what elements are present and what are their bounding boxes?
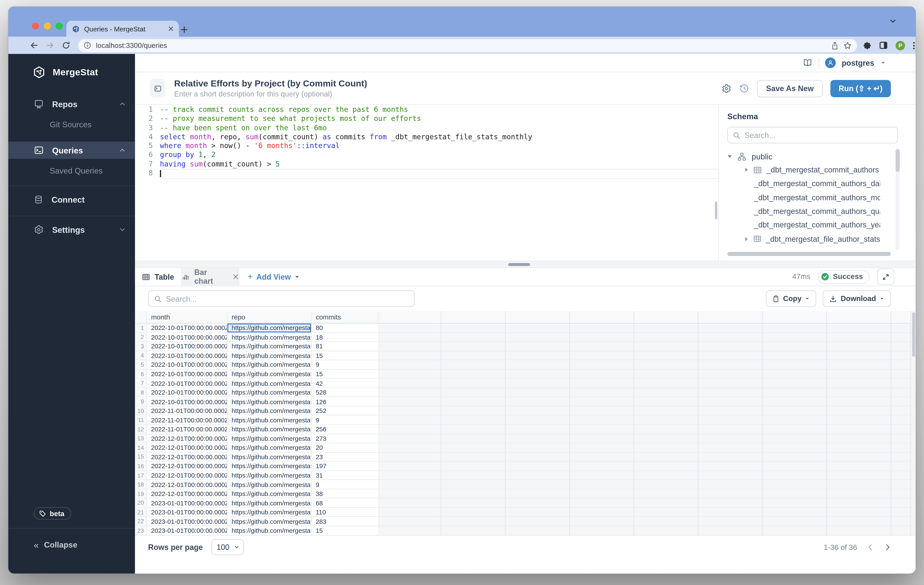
cell-commits[interactable]: 81 xyxy=(312,342,379,350)
table-scrollbar[interactable] xyxy=(910,311,916,535)
cell-month[interactable]: 2022-12-01T00:00:00.000Z xyxy=(147,480,228,489)
cell-repo[interactable]: https://github.com/mergestat/... xyxy=(228,425,312,433)
cell-commits[interactable]: 80 xyxy=(312,324,379,332)
cell-month[interactable]: 2022-10-01T00:00:00.000Z xyxy=(147,379,228,387)
cell-commits[interactable]: 68 xyxy=(312,499,379,507)
code-line[interactable]: having sum(commit_count) > 5 xyxy=(160,160,718,169)
add-view-button[interactable]: + Add View xyxy=(248,272,300,281)
browser-menu-icon[interactable] xyxy=(912,41,915,50)
panel-resize-handle[interactable] xyxy=(135,261,916,268)
schema-table-row[interactable]: _dbt_mergestat_commit_authors_monthly xyxy=(728,191,880,205)
tab-search-chevron-icon[interactable] xyxy=(889,17,897,25)
minimize-window-button[interactable] xyxy=(44,23,51,30)
cell-commits[interactable]: 528 xyxy=(312,388,379,397)
sidebar-item-saved-queries[interactable]: Saved Queries xyxy=(8,164,135,178)
cell-commits[interactable]: 283 xyxy=(312,517,379,526)
cell-commits[interactable]: 273 xyxy=(312,434,379,443)
run-query-button[interactable]: Run (⇧ + ↵) xyxy=(830,79,891,97)
code-line[interactable]: select month, repo, sum(commit_count) as… xyxy=(160,133,718,142)
cell-repo[interactable]: https://github.com/mergestat/... xyxy=(228,397,312,406)
cell-repo[interactable]: https://github.com/mergestat/... xyxy=(228,480,312,489)
cell-month[interactable]: 2022-10-01T00:00:00.000Z xyxy=(147,370,228,378)
cell-month[interactable]: 2022-10-01T00:00:00.000Z xyxy=(147,388,228,397)
cell-repo[interactable]: https://github.com/mergestat/... xyxy=(228,407,312,415)
cell-repo[interactable]: https://github.com/mergestat/... xyxy=(228,471,312,479)
cell-month[interactable]: 2022-10-01T00:00:00.000Z xyxy=(147,324,228,332)
cell-repo[interactable]: https://github.com/mergestat/... xyxy=(228,453,312,461)
cell-month[interactable]: 2022-12-01T00:00:00.000Z xyxy=(147,471,228,479)
tab-close-icon[interactable] xyxy=(168,26,173,31)
code-line[interactable]: -- proxy measurement to see what project… xyxy=(160,114,718,124)
cell-commits[interactable]: 15 xyxy=(312,370,379,378)
user-menu-caret-icon[interactable] xyxy=(880,60,886,66)
cell-repo[interactable]: https://github.com/mergestat/... xyxy=(228,360,312,369)
extensions-puzzle-icon[interactable] xyxy=(863,41,871,50)
sidebar-item-repos[interactable]: Repos xyxy=(8,96,135,112)
sidebar-collapse-button[interactable]: « Collapse xyxy=(8,528,135,554)
cell-month[interactable]: 2022-10-01T00:00:00.000Z xyxy=(147,397,228,406)
sidebar-item-connect[interactable]: Connect xyxy=(8,191,135,208)
code-line[interactable]: group by 1, 2 xyxy=(160,151,718,160)
query-settings-gear-icon[interactable] xyxy=(722,83,732,93)
editor-scrollbar[interactable] xyxy=(715,202,717,219)
schema-hscrollbar[interactable] xyxy=(728,252,891,256)
schema-search-input[interactable]: Search... xyxy=(728,127,898,144)
cell-commits[interactable]: 23 xyxy=(312,453,379,461)
site-info-icon[interactable] xyxy=(83,41,91,49)
mergestat-brand[interactable]: MergeStat xyxy=(8,54,135,81)
code-line[interactable] xyxy=(160,169,718,179)
tab-bar-chart[interactable]: Bar chart xyxy=(182,268,239,286)
forward-icon[interactable] xyxy=(46,41,54,50)
cell-month[interactable]: 2023-01-01T00:00:00.000Z xyxy=(147,508,228,516)
column-header-month[interactable]: month xyxy=(147,311,228,323)
cell-commits[interactable]: 38 xyxy=(312,489,379,498)
cell-repo-selected[interactable]: https://github.com/mergestat/... xyxy=(228,324,312,332)
cell-repo[interactable]: https://github.com/mergestat/... xyxy=(228,379,312,387)
cell-commits[interactable]: 31 xyxy=(312,471,379,479)
address-bar[interactable]: localhost:3300/queries xyxy=(78,39,857,52)
schema-table-row[interactable]: _dbt_mergestat_commit_authors xyxy=(728,163,880,177)
column-header-repo[interactable]: repo xyxy=(228,311,312,323)
cell-commits[interactable]: 15 xyxy=(312,526,379,535)
tab-table[interactable]: Table xyxy=(135,268,182,286)
cell-commits[interactable]: 18 xyxy=(312,333,379,341)
cell-commits[interactable]: 15 xyxy=(312,351,379,360)
back-icon[interactable] xyxy=(30,41,38,50)
cell-repo[interactable]: https://github.com/mergestat/... xyxy=(228,489,312,498)
user-name[interactable]: postgres xyxy=(842,58,874,68)
cell-month[interactable]: 2023-01-01T00:00:00.000Z xyxy=(147,517,228,526)
browser-tab[interactable]: Queries - MergeStat xyxy=(66,21,179,37)
code-line[interactable]: where month > now() - '6 months'::interv… xyxy=(160,142,718,150)
cell-repo[interactable]: https://github.com/mergestat/... xyxy=(228,526,312,535)
sidebar-item-queries[interactable]: Queries xyxy=(8,142,135,159)
cell-repo[interactable]: https://github.com/mergestat/... xyxy=(228,517,312,526)
cell-commits[interactable]: 9 xyxy=(312,480,379,489)
cell-repo[interactable]: https://github.com/mergestat/... xyxy=(228,388,312,397)
sidebar-item-git-sources[interactable]: Git Sources xyxy=(8,117,135,131)
expand-results-button[interactable] xyxy=(877,268,894,285)
query-history-icon[interactable] xyxy=(739,83,749,93)
editor-code[interactable]: -- track commit counts across repos over… xyxy=(160,106,718,261)
sql-editor[interactable]: 12345678 -- track commit counts across r… xyxy=(135,105,718,261)
cell-repo[interactable]: https://github.com/mergestat/... xyxy=(228,351,312,360)
sidebar-item-settings[interactable]: Settings xyxy=(8,221,135,238)
bookmark-star-icon[interactable] xyxy=(843,41,852,50)
reload-icon[interactable] xyxy=(62,41,71,50)
cell-commits[interactable]: 42 xyxy=(312,379,379,387)
next-page-icon[interactable] xyxy=(884,543,891,551)
cell-month[interactable]: 2022-11-01T00:00:00.000Z xyxy=(147,425,228,433)
cell-month[interactable]: 2023-01-01T00:00:00.000Z xyxy=(147,499,228,507)
cell-repo[interactable]: https://github.com/mergestat/... xyxy=(228,333,312,341)
browser-profile-avatar[interactable]: P xyxy=(896,41,905,50)
cell-month[interactable]: 2022-10-01T00:00:00.000Z xyxy=(147,351,228,360)
rows-per-page-select[interactable]: 100 xyxy=(212,539,244,555)
results-search-input[interactable]: Search... xyxy=(148,290,414,307)
cell-month[interactable]: 2022-12-01T00:00:00.000Z xyxy=(147,453,228,461)
side-panel-icon[interactable] xyxy=(879,41,888,50)
cell-month[interactable]: 2022-12-01T00:00:00.000Z xyxy=(147,434,228,443)
close-window-button[interactable] xyxy=(32,23,39,30)
cell-commits[interactable]: 126 xyxy=(312,397,379,406)
share-icon[interactable] xyxy=(831,41,839,50)
cell-month[interactable]: 2022-10-01T00:00:00.000Z xyxy=(147,342,228,350)
cell-repo[interactable]: https://github.com/mergestat/... xyxy=(228,342,312,350)
